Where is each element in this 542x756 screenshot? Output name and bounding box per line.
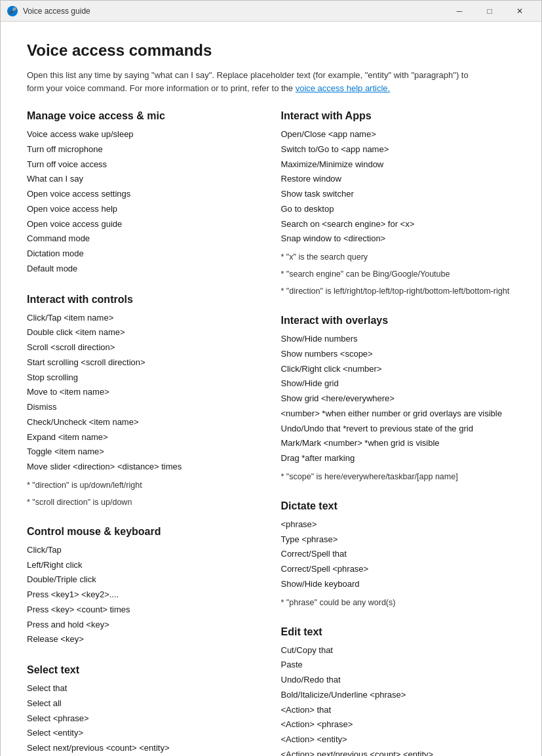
list-item: Click/Tap bbox=[27, 543, 261, 558]
control-mouse-list: Click/Tap Left/Right click Double/Triple… bbox=[27, 543, 261, 647]
app-icon: 🎤 bbox=[7, 6, 18, 16]
list-item: <Action> that bbox=[281, 703, 516, 718]
list-item: Open voice access help bbox=[27, 202, 261, 217]
interact-controls-list: Click/Tap <item name> Double click <item… bbox=[27, 311, 261, 475]
section-interact-overlays: Interact with overlays Show/Hide numbers… bbox=[281, 315, 516, 483]
list-item: Turn off voice access bbox=[27, 157, 261, 172]
list-item: Dismiss bbox=[27, 400, 261, 415]
list-item: Toggle <item name> bbox=[27, 445, 261, 460]
close-button[interactable]: ✕ bbox=[505, 1, 535, 22]
list-item: Maximize/Minimize window bbox=[281, 157, 516, 172]
list-item: Press and hold <key> bbox=[27, 618, 261, 633]
titlebar: 🎤 Voice access guide ─ □ ✕ bbox=[1, 1, 541, 22]
list-item: Switch to/Go to <app name> bbox=[281, 142, 516, 157]
list-item: Show/Hide keyboard bbox=[281, 577, 516, 592]
main-window: 🎤 Voice access guide ─ □ ✕ Voice access … bbox=[0, 0, 542, 756]
section-control-mouse: Control mouse & keyboard Click/Tap Left/… bbox=[27, 526, 261, 647]
manage-voice-list: Voice access wake up/sleep Turn off micr… bbox=[27, 127, 261, 277]
list-item: Press <key1> <key2>.... bbox=[27, 587, 261, 603]
list-item: Stop scrolling bbox=[27, 370, 261, 386]
list-item: Turn off microphone bbox=[27, 142, 261, 157]
intro-text-before: Open this list any time by saying "what … bbox=[27, 70, 469, 93]
list-item: Scroll <scroll direction> bbox=[27, 340, 261, 355]
interact-apps-list: Open/Close <app name> Switch to/Go to <a… bbox=[281, 127, 516, 247]
list-item: Type <phrase> bbox=[281, 532, 516, 547]
list-item: Show grid <here/everywhere> bbox=[281, 391, 516, 407]
select-text-list: Select that Select all Select <phrase> S… bbox=[27, 681, 261, 756]
list-item: Bold/Italicize/Underline <phrase> bbox=[281, 688, 516, 703]
list-item: Cut/Copy that bbox=[281, 643, 516, 658]
list-item: Correct/Spell <phrase> bbox=[281, 562, 516, 577]
section-dictate-text: Dictate text <phrase> Type <phrase> Corr… bbox=[281, 500, 516, 609]
list-item: Show task switcher bbox=[281, 187, 516, 202]
list-item: Snap window to <direction> bbox=[281, 231, 516, 247]
list-item: Drag *after marking bbox=[281, 451, 516, 466]
list-item: Click/Tap <item name> bbox=[27, 311, 261, 326]
right-column: Interact with Apps Open/Close <app name>… bbox=[281, 110, 516, 756]
list-item: What can I say bbox=[27, 172, 261, 187]
list-item: Select next/previous <count> <entity> bbox=[27, 741, 261, 756]
list-item: <Action> next/previous <count> <entity> bbox=[281, 747, 516, 756]
list-item: Select that bbox=[27, 681, 261, 696]
section-interact-controls-title: Interact with controls bbox=[27, 294, 261, 306]
list-item: <number> *when either number or grid ove… bbox=[281, 407, 516, 422]
list-item: Select <entity> bbox=[27, 726, 261, 741]
two-columns: Manage voice access & mic Voice access w… bbox=[27, 110, 515, 756]
list-item: Undo/Redo that bbox=[281, 673, 516, 688]
list-item: <Action> <phrase> bbox=[281, 717, 516, 732]
minimize-button[interactable]: ─ bbox=[444, 1, 474, 22]
list-item: Open/Close <app name> bbox=[281, 127, 516, 142]
list-item: Default mode bbox=[27, 262, 261, 277]
section-edit-text: Edit text Cut/Copy that Paste Undo/Redo … bbox=[281, 626, 516, 757]
list-item: Check/Uncheck <item name> bbox=[27, 415, 261, 430]
section-dictate-text-title: Dictate text bbox=[281, 500, 516, 512]
interact-overlays-list: Show/Hide numbers Show numbers <scope> C… bbox=[281, 332, 516, 466]
list-item: Move to <item name> bbox=[27, 385, 261, 400]
section-control-mouse-title: Control mouse & keyboard bbox=[27, 526, 261, 538]
interact-apps-note-2: * "direction" is left/right/top-left/top… bbox=[281, 285, 516, 298]
list-item: Voice access wake up/sleep bbox=[27, 127, 261, 142]
list-item: Left/Right click bbox=[27, 558, 261, 573]
interact-apps-note-1: * "search engine" can be Bing/Google/You… bbox=[281, 268, 516, 281]
window-controls: ─ □ ✕ bbox=[444, 1, 535, 22]
section-manage-voice: Manage voice access & mic Voice access w… bbox=[27, 110, 261, 277]
help-link[interactable]: voice access help article. bbox=[296, 83, 391, 93]
list-item: Mark/Mark <number> *when grid is visible bbox=[281, 436, 516, 451]
edit-text-list: Cut/Copy that Paste Undo/Redo that Bold/… bbox=[281, 643, 516, 757]
intro-paragraph: Open this list any time by saying "what … bbox=[27, 69, 473, 94]
list-item: Show/Hide grid bbox=[281, 376, 516, 391]
list-item: Restore window bbox=[281, 172, 516, 187]
list-item: Show numbers <scope> bbox=[281, 347, 516, 362]
list-item: Click/Right click <number> bbox=[281, 362, 516, 377]
dictate-text-list: <phrase> Type <phrase> Correct/Spell tha… bbox=[281, 517, 516, 592]
list-item: Dictation mode bbox=[27, 247, 261, 262]
list-item: Press <key> <count> times bbox=[27, 603, 261, 618]
list-item: Release <key> bbox=[27, 632, 261, 647]
list-item: Go to desktop bbox=[281, 202, 516, 217]
main-content: Voice access commands Open this list any… bbox=[1, 22, 541, 756]
list-item: Start scrolling <scroll direction> bbox=[27, 355, 261, 370]
left-column: Manage voice access & mic Voice access w… bbox=[27, 110, 261, 756]
section-interact-apps-title: Interact with Apps bbox=[281, 110, 516, 122]
list-item: Show/Hide numbers bbox=[281, 332, 516, 347]
list-item: Double/Triple click bbox=[27, 572, 261, 587]
list-item: <Action> <entity> bbox=[281, 732, 516, 747]
list-item: Move slider <direction> <distance> times bbox=[27, 460, 261, 475]
list-item: Paste bbox=[281, 658, 516, 673]
list-item: Expand <item name> bbox=[27, 430, 261, 445]
section-manage-voice-title: Manage voice access & mic bbox=[27, 110, 261, 122]
section-select-text-title: Select text bbox=[27, 664, 261, 676]
section-interact-controls: Interact with controls Click/Tap <item n… bbox=[27, 294, 261, 509]
list-item: Open voice access guide bbox=[27, 217, 261, 232]
list-item: Search on <search engine> for <x> bbox=[281, 217, 516, 232]
maximize-button[interactable]: □ bbox=[474, 1, 505, 22]
section-interact-overlays-title: Interact with overlays bbox=[281, 315, 516, 327]
page-title: Voice access commands bbox=[27, 41, 515, 60]
list-item: Open voice access settings bbox=[27, 187, 261, 202]
list-item: Select all bbox=[27, 696, 261, 711]
list-item: Select <phrase> bbox=[27, 711, 261, 726]
interact-overlays-note-0: * "scope" is here/everywhere/taskbar/[ap… bbox=[281, 470, 516, 483]
list-item: <phrase> bbox=[281, 517, 516, 532]
interact-apps-note-0: * "x" is the search query bbox=[281, 250, 516, 264]
list-item: Double click <item name> bbox=[27, 325, 261, 340]
